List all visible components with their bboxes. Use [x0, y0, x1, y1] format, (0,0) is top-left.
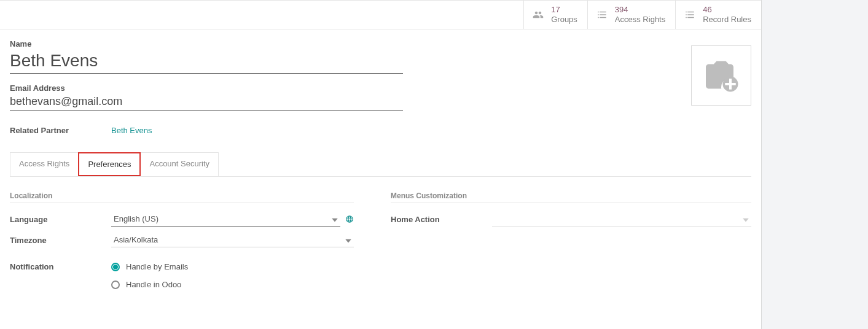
users-icon [531, 8, 545, 21]
radio-label-odoo[interactable]: Handle in Odoo [126, 280, 181, 289]
section-localization: Localization [10, 192, 354, 203]
tab-account-security[interactable]: Account Security [140, 152, 219, 176]
email-label: Email Address [10, 83, 403, 93]
stat-record-rules-count: 46 [703, 5, 751, 15]
home-action-select[interactable] [492, 212, 751, 226]
stat-access-rights[interactable]: 394 Access Rights [587, 1, 675, 29]
section-menus-customization: Menus Customization [391, 192, 751, 203]
radio-handle-in-odoo[interactable] [111, 281, 120, 289]
radio-label-emails[interactable]: Handle by Emails [126, 262, 188, 271]
list-icon [595, 8, 609, 21]
stat-record-rules-label: Record Rules [703, 15, 751, 25]
language-label: Language [10, 215, 111, 224]
globe-icon[interactable] [345, 215, 354, 223]
radio-handle-by-emails[interactable] [111, 263, 120, 271]
timezone-select[interactable] [111, 233, 354, 247]
stat-access-rights-label: Access Rights [615, 15, 665, 25]
email-input[interactable] [10, 94, 403, 111]
stat-record-rules[interactable]: 46 Record Rules [675, 1, 761, 29]
name-input[interactable] [10, 50, 403, 74]
stat-buttons-bar: 17 Groups 394 Access Rights 46 Record Ru… [0, 0, 761, 29]
notification-label: Notification [10, 262, 111, 271]
home-action-label: Home Action [391, 215, 492, 224]
tab-access-rights[interactable]: Access Rights [10, 152, 79, 176]
tab-preferences[interactable]: Preferences [78, 152, 141, 176]
language-select[interactable] [111, 212, 340, 226]
partner-link[interactable]: Beth Evens [111, 126, 152, 135]
stat-groups-count: 17 [551, 5, 577, 15]
stat-groups[interactable]: 17 Groups [523, 1, 587, 29]
list-icon [683, 8, 697, 21]
tabs: Access Rights Preferences Account Securi… [10, 152, 751, 177]
stat-groups-label: Groups [551, 15, 577, 25]
stat-access-rights-count: 394 [615, 5, 665, 15]
partner-label: Related Partner [10, 126, 111, 135]
timezone-label: Timezone [10, 236, 111, 245]
name-label: Name [10, 39, 403, 48]
